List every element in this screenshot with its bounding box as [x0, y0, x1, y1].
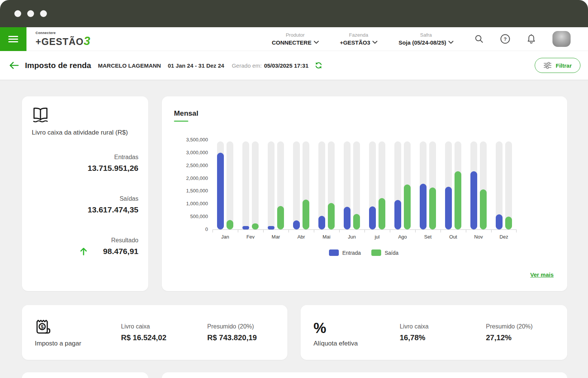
rate-card-title: Alíquota efetiva	[313, 340, 400, 347]
entradas-label: Entradas	[32, 154, 138, 161]
chart-bar-track	[505, 141, 512, 229]
search-button[interactable]	[475, 34, 484, 43]
x-axis-tick	[466, 230, 491, 232]
rate-livro-caixa-label: Livro caixa	[400, 323, 486, 330]
chart-bar-track	[379, 141, 385, 229]
x-axis-tick	[491, 230, 517, 232]
chart-months	[213, 140, 517, 229]
tax-presumido-value: R$ 743.820,19	[207, 333, 293, 342]
chart-month-group	[213, 140, 238, 229]
tax-presumido: Presumido (20%) R$ 743.820,19	[207, 323, 293, 342]
chart-bar-entrada	[496, 214, 503, 229]
chart-month-group	[441, 140, 466, 229]
chart-bar-track	[293, 141, 300, 229]
harvest-selector[interactable]: Safra Soja (05/24-08/25)	[399, 32, 453, 46]
x-axis-tick	[339, 230, 365, 232]
chart-bar-saída	[303, 200, 309, 229]
chart-y-axis: 0500,0001,000,0001,500,0002,000,0002,500…	[174, 140, 208, 229]
traffic-light-dot[interactable]	[27, 10, 34, 17]
legend-label: Saída	[385, 250, 399, 256]
producer-selector-value: CONNECTERE	[272, 39, 312, 46]
x-tick-label: Jan	[213, 234, 238, 240]
resultado-label: Resultado	[32, 237, 138, 244]
chart-month-group	[466, 140, 491, 229]
hamburger-menu-button[interactable]	[0, 27, 26, 51]
chart-month-labels: JanFevMarAbrMaiJunjulAgoSetOutNovDez	[213, 234, 517, 240]
chart-bar-saída	[353, 214, 360, 229]
user-avatar[interactable]	[552, 31, 571, 47]
legend-swatch	[371, 249, 381, 256]
monthly-bar-chart: 0500,0001,000,0001,500,0002,000,0002,500…	[174, 140, 554, 240]
x-tick-label: jul	[365, 234, 390, 240]
help-button[interactable]: ?	[500, 34, 510, 44]
chart-bar-track	[455, 141, 461, 229]
back-arrow-icon	[9, 61, 19, 70]
bell-icon	[527, 34, 536, 44]
x-axis-tick	[263, 230, 289, 232]
chart-bar-track	[429, 141, 436, 229]
chart-legend: EntradaSaída	[174, 249, 554, 256]
filter-button[interactable]: Filtrar	[535, 58, 580, 73]
refresh-button[interactable]	[315, 62, 323, 69]
window-chrome	[0, 0, 588, 27]
chart-bar-track	[268, 141, 275, 229]
tax-livro-caixa-label: Livro caixa	[121, 323, 207, 330]
chart-bar-track	[470, 141, 477, 229]
chart-bar-saída	[429, 187, 436, 229]
chart-bar-track	[480, 141, 487, 229]
logo-top-text: Connectere	[36, 31, 90, 35]
farm-selector[interactable]: Fazenda +GESTÃO3	[340, 32, 377, 46]
x-axis-tick	[390, 230, 415, 232]
ver-mais-link[interactable]: Ver mais	[530, 271, 554, 278]
traffic-light-dot[interactable]	[40, 10, 47, 17]
x-axis-tick	[289, 230, 314, 232]
chart-bar-entrada	[420, 184, 427, 229]
chart-bar-track	[242, 141, 249, 229]
filter-button-label: Filtrar	[555, 62, 572, 69]
x-tick-label: Set	[415, 234, 441, 240]
tax-livro-caixa-value: R$ 16.524,02	[121, 333, 207, 342]
chart-bar-entrada	[217, 153, 224, 229]
search-icon	[475, 34, 484, 43]
saidas-value: 13.617.474,35	[88, 205, 138, 214]
x-tick-label: Nov	[466, 234, 491, 240]
chart-bar-entrada	[242, 226, 249, 229]
page-title: Imposto de renda	[25, 61, 91, 70]
generated-at-value: 05/03/2025 17:31	[264, 62, 309, 69]
next-card-peek	[22, 372, 148, 378]
x-tick-label: Mai	[314, 234, 339, 240]
report-period: 01 Jan 24 - 31 Dez 24	[168, 62, 224, 69]
back-button[interactable]	[7, 59, 21, 72]
chart-bar-track	[404, 141, 411, 229]
tax-card-title: Imposto a pagar	[35, 340, 121, 347]
generated-at-label: Gerado em:	[232, 62, 262, 69]
y-tick-label: 3,500,000	[186, 137, 208, 143]
traffic-light-dot[interactable]	[14, 10, 21, 17]
x-tick-label: Abr	[289, 234, 314, 240]
notifications-button[interactable]	[527, 34, 536, 44]
producer-name: MARCELO LAGEMANN	[98, 62, 161, 69]
y-tick-label: 2,000,000	[186, 175, 208, 181]
tax-livro-caixa: Livro caixa R$ 16.524,02	[121, 323, 207, 342]
y-tick-label: 500,000	[190, 214, 208, 219]
legend-item-entrada: Entrada	[329, 249, 361, 256]
chart-month-group	[491, 140, 517, 229]
chart-bar-entrada	[318, 216, 325, 229]
chevron-down-icon	[448, 41, 453, 44]
receipt-dollar-icon: $	[35, 318, 51, 335]
chart-month-group	[390, 140, 415, 229]
chart-bar-track	[303, 141, 309, 229]
entradas-value: 13.715.951,26	[88, 164, 138, 173]
x-axis-tick	[238, 230, 263, 232]
chart-title: Mensal	[174, 109, 554, 118]
rate-livro-caixa-value: 16,78%	[400, 333, 486, 342]
main-content: Livro caixa da atividade rural (R$) Entr…	[0, 80, 588, 378]
open-book-icon	[32, 107, 49, 123]
chart-bar-saída	[505, 217, 512, 229]
y-tick-label: 1,500,000	[186, 188, 208, 194]
chart-bar-saída	[252, 223, 259, 229]
producer-selector[interactable]: Produtor CONNECTERE	[272, 32, 319, 46]
chart-month-group	[263, 140, 289, 229]
refresh-icon	[315, 62, 323, 69]
rate-livro-caixa: Livro caixa 16,78%	[400, 323, 486, 342]
